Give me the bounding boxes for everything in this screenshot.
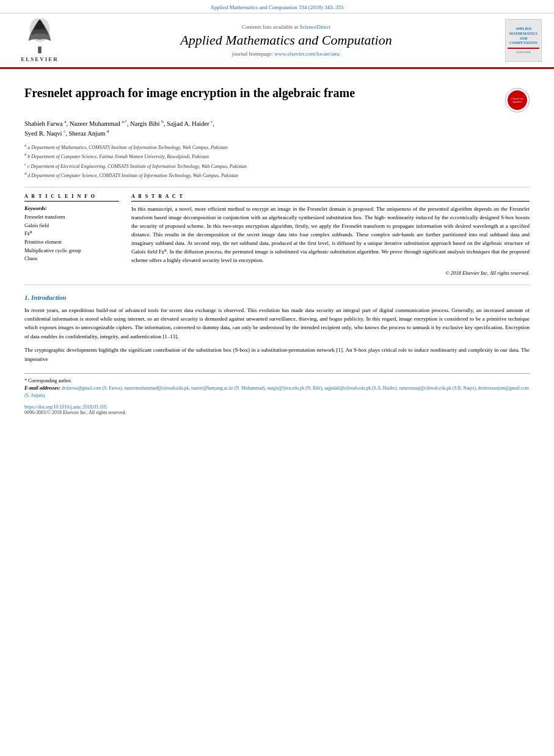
keyword-1: Fresnelet transform bbox=[24, 213, 119, 222]
article-title-section: Fresnelet approach for image encryption … bbox=[24, 85, 530, 112]
article-title: Fresnelet approach for image encryption … bbox=[24, 85, 505, 101]
contents-line: Contents lists available at ScienceDirec… bbox=[73, 24, 499, 30]
keywords-list: Fresnelet transform Galois field F₂⁸ Pri… bbox=[24, 213, 119, 263]
article-info-column: A R T I C L E I N F O Keywords: Fresnele… bbox=[24, 194, 119, 276]
emails-link[interactable]: drsfarwa@gmail.com (S. Farwa), nazeermuh… bbox=[24, 385, 529, 398]
elsevier-logo: ELSEVIER bbox=[12, 18, 67, 62]
elsevier-tree-icon bbox=[21, 18, 58, 55]
svg-rect-0 bbox=[38, 46, 42, 53]
introduction-section: 1. Introduction In recent years, an expe… bbox=[24, 294, 530, 363]
sciencedirect-link[interactable]: ScienceDirect bbox=[300, 24, 330, 30]
main-content: Fresnelet approach for image encryption … bbox=[0, 69, 554, 421]
affiliation-c: c c Department of Electrical Engineering… bbox=[24, 161, 530, 170]
affiliation-b: b b Department of Computer Science, Fati… bbox=[24, 151, 530, 161]
homepage-link[interactable]: www.elsevier.com/locate/amc bbox=[274, 51, 340, 57]
abstract-column: A B S T R A C T In this manuscript, a no… bbox=[131, 194, 530, 276]
abstract-heading: A B S T R A C T bbox=[131, 194, 530, 202]
top-bar: Applied Mathematics and Computation 334 … bbox=[0, 0, 554, 13]
introduction-paragraph-1: In recent years, an expeditious build-ou… bbox=[24, 306, 530, 341]
affiliation-a: a a Department of Mathematics, COMSATS I… bbox=[24, 142, 530, 151]
abstract-text: In this manuscript, a novel, more effici… bbox=[131, 205, 530, 265]
affiliations: a a Department of Mathematics, COMSATS I… bbox=[24, 142, 530, 180]
corresponding-author-note: * Corresponding author. bbox=[24, 377, 530, 385]
journal-thumbnail: APPLIEDMATHEMATICSANDCOMPUTATION ELSEVIE… bbox=[505, 19, 542, 62]
keyword-4: Primitive element bbox=[24, 238, 119, 247]
keyword-5: Multiplicative cyclic group bbox=[24, 247, 119, 255]
author-syed: Syed bbox=[24, 130, 37, 137]
journal-reference: Applied Mathematics and Computation 334 … bbox=[211, 4, 344, 10]
doi-line: https://doi.org/10.1016/j.amc.2018.03.10… bbox=[24, 404, 530, 410]
authors-line: Shabieh Farwa a, Nazeer Muhammad a,*, Na… bbox=[24, 118, 530, 139]
keyword-3: F₂⁸ bbox=[24, 230, 119, 238]
keyword-2: Galois field bbox=[24, 222, 119, 230]
section-divider bbox=[24, 285, 530, 285]
journal-header: ELSEVIER Contents lists available at Sci… bbox=[0, 13, 554, 69]
header-divider bbox=[24, 187, 530, 187]
homepage-line: journal homepage: www.elsevier.com/locat… bbox=[73, 51, 499, 57]
doi-link[interactable]: https://doi.org/10.1016/j.amc.2018.03.10… bbox=[24, 404, 107, 410]
header-center: Contents lists available at ScienceDirec… bbox=[73, 24, 499, 57]
check-updates-badge: Check for updates bbox=[505, 88, 530, 112]
keywords-label: Keywords: bbox=[24, 205, 119, 211]
keyword-6: Chaos bbox=[24, 255, 119, 263]
elsevier-wordmark: ELSEVIER bbox=[21, 56, 59, 62]
email-addresses-note: E-mail addresses: drsfarwa@gmail.com (S.… bbox=[24, 385, 530, 399]
copyright-line: © 2018 Elsevier Inc. All rights reserved… bbox=[131, 270, 530, 276]
introduction-title: 1. Introduction bbox=[24, 294, 530, 301]
journal-title: Applied Mathematics and Computation bbox=[73, 32, 499, 48]
info-abstract-columns: A R T I C L E I N F O Keywords: Fresnele… bbox=[24, 194, 530, 276]
check-updates-icon: Check for updates bbox=[508, 90, 527, 110]
issn-line: 0096-3003/© 2018 Elsevier Inc. All right… bbox=[24, 410, 530, 415]
article-info-heading: A R T I C L E I N F O bbox=[24, 194, 119, 202]
introduction-paragraph-2: The cryptographic developments highlight… bbox=[24, 346, 530, 363]
affiliation-d: d d Department of Computer Science, COMS… bbox=[24, 170, 530, 180]
footnote-section: * Corresponding author. E-mail addresses… bbox=[24, 373, 530, 415]
